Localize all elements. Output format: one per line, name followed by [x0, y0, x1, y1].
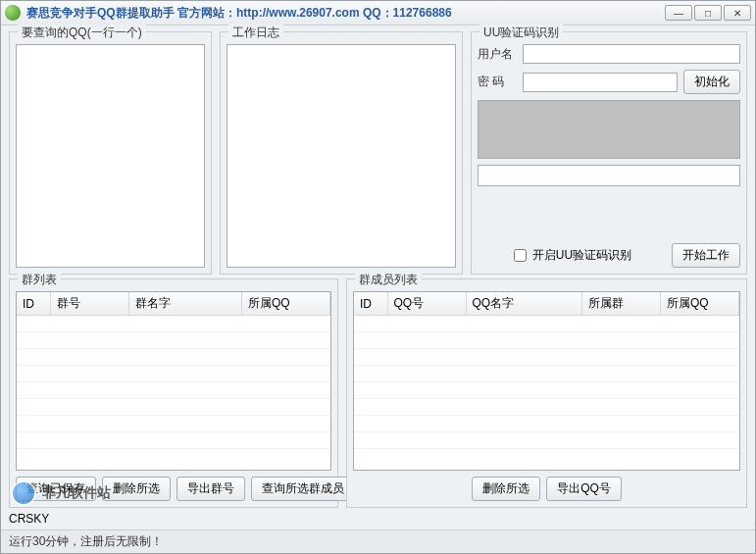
table-row	[354, 349, 739, 366]
maximize-button[interactable]: □	[694, 5, 722, 21]
delete-selected-groups-button[interactable]: 删除所选	[102, 477, 171, 501]
table-row	[17, 349, 330, 366]
groups-list-group: 群列表 ID 群号 群名字 所属QQ	[9, 278, 338, 508]
groups-col-id[interactable]: ID	[17, 292, 50, 316]
statusbar: 运行30分钟，注册后无限制！	[1, 529, 755, 553]
members-list-group: 群成员列表 ID QQ号 QQ名字 所属群 所属QQ	[346, 278, 747, 508]
table-row	[354, 382, 739, 399]
log-group: 工作日志	[220, 31, 463, 275]
uu-user-input[interactable]	[523, 44, 740, 64]
uu-legend: UU验证码识别	[479, 25, 563, 41]
uu-bottom-row: 开启UU验证码识别 开始工作	[478, 243, 740, 268]
minimize-button[interactable]: —	[665, 5, 692, 21]
top-row: 要查询的QQ(一行一个) 工作日志 UU验证码识别 用户名 密 码	[9, 31, 747, 275]
uu-pass-label: 密 码	[478, 74, 517, 90]
query-group: 要查询的QQ(一行一个)	[9, 31, 212, 275]
uu-pass-row: 密 码 初始化	[478, 70, 740, 94]
query-legend: 要查询的QQ(一行一个)	[18, 25, 146, 41]
delete-selected-members-button[interactable]: 删除所选	[472, 477, 540, 501]
close-button[interactable]: ✕	[724, 5, 751, 21]
table-row	[17, 432, 330, 449]
members-list-legend: 群成员列表	[355, 272, 422, 288]
members-col-qq[interactable]: QQ号	[387, 292, 466, 316]
table-row	[354, 399, 739, 416]
members-listview[interactable]: ID QQ号 QQ名字 所属群 所属QQ	[353, 291, 740, 471]
uu-user-label: 用户名	[478, 46, 517, 63]
watermark-domain: CRSKY	[9, 512, 747, 526]
table-row	[17, 316, 330, 332]
groups-actions: 查询已保存 删除所选 导出群号 查询所选群成员	[16, 471, 331, 501]
table-row	[354, 332, 739, 349]
save-queried-button[interactable]: 查询已保存	[16, 477, 96, 501]
groups-listview[interactable]: ID 群号 群名字 所属QQ	[16, 291, 331, 471]
lists-row: 群列表 ID 群号 群名字 所属QQ	[9, 278, 747, 508]
table-row	[17, 382, 330, 399]
app-icon	[5, 5, 21, 21]
export-group-id-button[interactable]: 导出群号	[176, 477, 245, 501]
status-text: 运行30分钟，注册后无限制！	[9, 533, 163, 550]
start-work-button[interactable]: 开始工作	[672, 243, 740, 268]
groups-col-owner[interactable]: 所属QQ	[242, 292, 330, 316]
content-area: 要查询的QQ(一行一个) 工作日志 UU验证码识别 用户名 密 码	[1, 25, 755, 529]
groups-col-number[interactable]: 群号	[50, 292, 128, 316]
table-row	[17, 366, 330, 382]
table-row	[17, 416, 330, 432]
app-window: 赛思竞争对手QQ群提取助手 官方网站：http://www.26907.com …	[0, 0, 756, 554]
table-row	[354, 316, 739, 332]
uu-group: UU验证码识别 用户名 密 码 初始化	[471, 31, 747, 275]
uu-enable-input[interactable]	[514, 249, 527, 262]
members-col-id[interactable]: ID	[354, 292, 387, 316]
groups-col-name[interactable]: 群名字	[128, 292, 242, 316]
uu-enable-label: 开启UU验证码识别	[532, 247, 631, 264]
members-col-group[interactable]: 所属群	[582, 292, 661, 316]
uu-init-button[interactable]: 初始化	[683, 70, 740, 94]
members-col-name[interactable]: QQ名字	[466, 292, 582, 316]
titlebar: 赛思竞争对手QQ群提取助手 官方网站：http://www.26907.com …	[1, 1, 755, 25]
uu-pass-input[interactable]	[523, 73, 678, 92]
log-legend: 工作日志	[228, 25, 283, 41]
uu-user-row: 用户名	[478, 44, 740, 64]
uu-enable-checkbox[interactable]: 开启UU验证码识别	[478, 246, 664, 265]
query-textarea[interactable]	[16, 44, 205, 268]
groups-list-legend: 群列表	[18, 272, 61, 288]
members-col-owner[interactable]: 所属QQ	[661, 292, 739, 316]
window-title: 赛思竞争对手QQ群提取助手 官方网站：http://www.26907.com …	[26, 5, 665, 22]
captcha-image	[478, 100, 740, 159]
export-qq-button[interactable]: 导出QQ号	[546, 477, 622, 501]
members-actions: 删除所选 导出QQ号	[353, 471, 740, 501]
window-controls: — □ ✕	[665, 5, 751, 21]
table-row	[354, 366, 739, 382]
table-row	[17, 332, 330, 349]
table-row	[354, 432, 739, 449]
table-row	[354, 416, 739, 432]
table-row	[17, 399, 330, 416]
query-selected-members-button[interactable]: 查询所选群成员	[251, 477, 355, 501]
log-textarea[interactable]	[227, 44, 456, 268]
captcha-input[interactable]	[478, 165, 740, 186]
